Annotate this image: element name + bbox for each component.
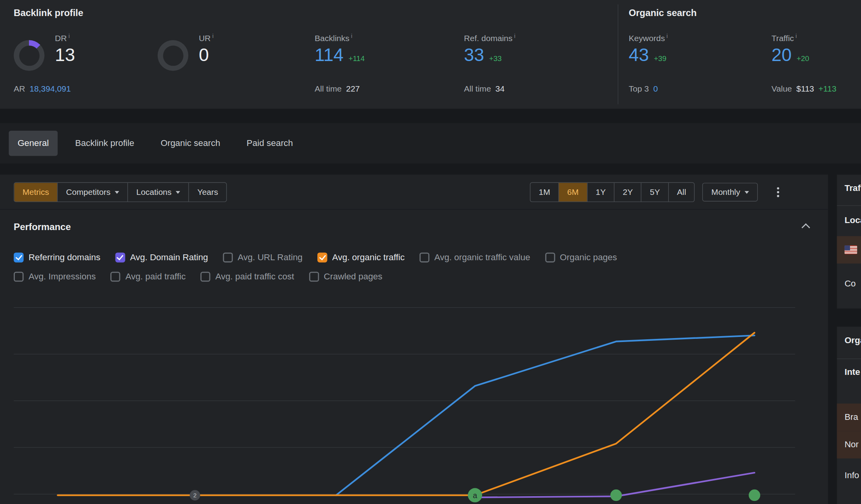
backlinks-label-row: Backlinksi — [315, 33, 365, 43]
granularity-label: Monthly — [711, 187, 740, 196]
range-2y[interactable]: 2Y — [614, 183, 641, 202]
backlink-profile-title: Backlink profile — [14, 8, 83, 19]
alltime-value: 34 — [495, 84, 504, 94]
metric-toggle-avg-paid-traffic-cost[interactable]: Avg. paid traffic cost — [200, 272, 294, 282]
metric-toggle-avg-organic-traffic-value[interactable]: Avg. organic traffic value — [420, 252, 530, 262]
metrics-button[interactable]: Metrics — [14, 183, 57, 202]
dr-donut-gauge — [14, 40, 45, 71]
milestone-marker-icon[interactable] — [749, 490, 760, 501]
ur-value: 0 — [199, 45, 209, 65]
traffic-value: 20 — [771, 45, 792, 65]
competitors-dropdown[interactable]: Competitors — [57, 183, 127, 202]
backlinks-value: 114 — [315, 45, 344, 65]
collapse-chevron-up-icon[interactable] — [802, 223, 810, 232]
metric-toggle-label: Avg. paid traffic cost — [215, 272, 294, 282]
ref-domains-delta: +33 — [489, 54, 502, 63]
metric-toggle-label: Avg. URL Rating — [238, 252, 303, 262]
dr-label: DR — [55, 34, 67, 43]
country-label: Co — [845, 279, 856, 289]
dr-label-row: DRi — [55, 33, 75, 43]
info-icon[interactable]: i — [351, 33, 352, 39]
traffic-card-title: Traff — [845, 184, 861, 193]
card-divider — [837, 205, 861, 206]
metric-toggle-referring-domains[interactable]: Referring domains — [14, 252, 100, 262]
locations-dropdown[interactable]: Locations — [128, 183, 189, 202]
info-icon[interactable]: i — [68, 33, 70, 39]
series-line-referring-domains — [336, 335, 755, 495]
performance-title: Performance — [14, 222, 71, 233]
metric-toggle-row: Referring domainsAvg. Domain RatingAvg. … — [14, 252, 814, 262]
range-1m[interactable]: 1M — [530, 183, 558, 202]
button-label: 6M — [567, 187, 578, 196]
ref-domains-label-row: Ref. domainsi — [464, 33, 515, 43]
metric-toggle-avg-organic-traffic[interactable]: Avg. organic traffic — [317, 252, 405, 262]
checked-checkbox-icon — [317, 252, 327, 262]
top3-value[interactable]: 0 — [653, 84, 658, 94]
traffic-label: Traffic — [771, 34, 794, 43]
toolbar: MetricsCompetitorsLocationsYears 1M6M1Y2… — [0, 175, 828, 210]
granularity-select[interactable]: Monthly — [702, 183, 758, 202]
metric-toggle-avg-impressions[interactable]: Avg. Impressions — [14, 272, 96, 282]
traffic-metric: Traffici 20 +20 — [771, 33, 809, 65]
metric-toggles: Referring domainsAvg. Domain RatingAvg. … — [14, 252, 814, 281]
button-label: Competitors — [66, 187, 110, 196]
keywords-label: Keywords — [629, 34, 665, 43]
traffic-delta: +20 — [796, 54, 809, 63]
kebab-menu-icon[interactable] — [774, 184, 782, 200]
button-label: 1M — [539, 187, 550, 196]
metric-toggle-label: Avg. Domain Rating — [130, 252, 208, 262]
ref-domains-label: Ref. domains — [464, 34, 513, 43]
top3-label: Top 3 — [629, 84, 649, 94]
card-divider — [837, 358, 861, 359]
button-label: All — [677, 187, 686, 196]
metrics-controls: MetricsCompetitorsLocationsYears — [14, 182, 227, 202]
tab-paid-search[interactable]: Paid search — [238, 131, 302, 156]
info-icon[interactable]: i — [514, 33, 515, 39]
metric-toggle-avg-url-rating[interactable]: Avg. URL Rating — [223, 252, 303, 262]
traffic-value-line: Value $113 +113 — [771, 84, 836, 94]
location-row[interactable] — [837, 236, 861, 263]
ur-metric: URi 0 — [199, 33, 214, 65]
ur-label: UR — [199, 34, 211, 43]
tab-backlink-profile[interactable]: Backlink profile — [67, 131, 143, 156]
range-controls: 1M6M1Y2Y5YAll — [530, 182, 695, 202]
sidebar-row[interactable]: Bra — [837, 403, 861, 431]
organic-card: Orga Inte Bra Nor Info — [837, 327, 861, 504]
backlinks-delta: +114 — [348, 54, 364, 63]
info-icon[interactable]: i — [796, 33, 797, 39]
metric-toggle-row: Avg. ImpressionsAvg. paid trafficAvg. pa… — [14, 272, 814, 282]
range-1y[interactable]: 1Y — [587, 183, 614, 202]
backlinks-metric: Backlinksi 114 +114 — [315, 33, 365, 65]
unchecked-checkbox-icon — [420, 252, 429, 262]
button-label: Locations — [136, 187, 171, 196]
range-6m[interactable]: 6M — [558, 183, 587, 202]
sidebar-row-label: Bra — [845, 412, 858, 422]
info-icon[interactable]: i — [213, 33, 214, 39]
range-5y[interactable]: 5Y — [641, 183, 668, 202]
alltime-label: All time — [315, 84, 342, 94]
years-button[interactable]: Years — [189, 183, 227, 202]
ar-line: AR 18,394,091 — [14, 84, 71, 94]
right-sidebar: Traff Loca Co Orga Inte Bra Nor Info — [837, 175, 861, 504]
info-icon[interactable]: i — [666, 33, 668, 39]
metric-toggle-crawled-pages[interactable]: Crawled pages — [309, 272, 382, 282]
button-label: 1Y — [596, 187, 606, 196]
value-amount: $113 — [796, 84, 814, 94]
metric-toggle-organic-pages[interactable]: Organic pages — [545, 252, 617, 262]
range-all[interactable]: All — [668, 183, 694, 202]
tab-organic-search[interactable]: Organic search — [152, 131, 229, 156]
ar-value-link[interactable]: 18,394,091 — [30, 84, 71, 94]
tab-general[interactable]: General — [9, 131, 58, 156]
keywords-value: 43 — [629, 45, 649, 65]
button-label: Metrics — [23, 187, 49, 196]
metric-toggle-avg-domain-rating[interactable]: Avg. Domain Rating — [115, 252, 208, 262]
unchecked-checkbox-icon — [223, 252, 232, 262]
ur-donut-gauge — [158, 40, 189, 71]
ur-label-row: URi — [199, 33, 214, 43]
dr-metric: DRi 13 — [55, 33, 75, 65]
organic-search-title: Organic search — [629, 8, 697, 19]
metric-toggle-avg-paid-traffic[interactable]: Avg. paid traffic — [111, 272, 186, 282]
milestone-marker-icon[interactable] — [611, 490, 622, 501]
sidebar-row[interactable]: Nor — [837, 431, 861, 458]
button-label: 5Y — [650, 187, 660, 196]
